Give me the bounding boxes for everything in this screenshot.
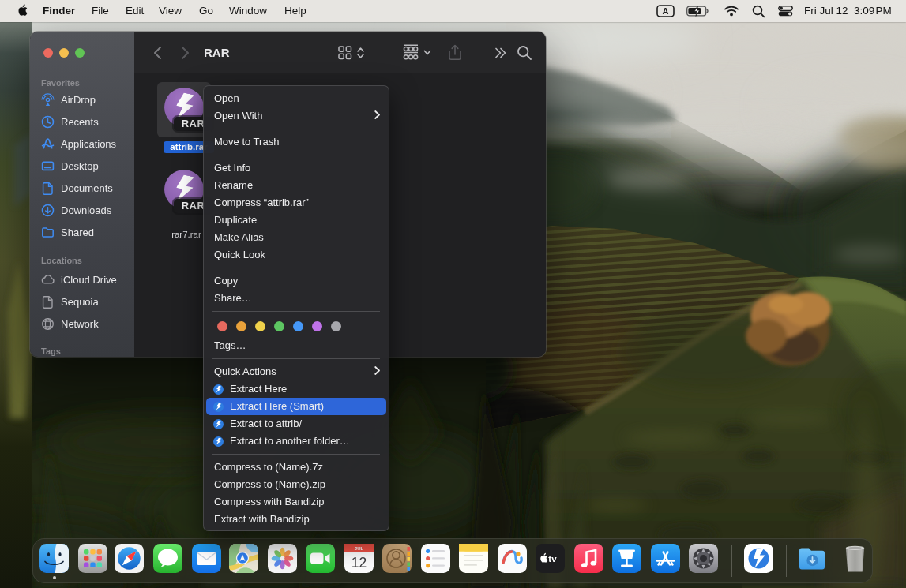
svg-text:A: A: [663, 6, 669, 16]
svg-text:12: 12: [351, 555, 366, 571]
svg-text:tv: tv: [548, 554, 557, 564]
svg-text:JUL: JUL: [354, 546, 363, 551]
